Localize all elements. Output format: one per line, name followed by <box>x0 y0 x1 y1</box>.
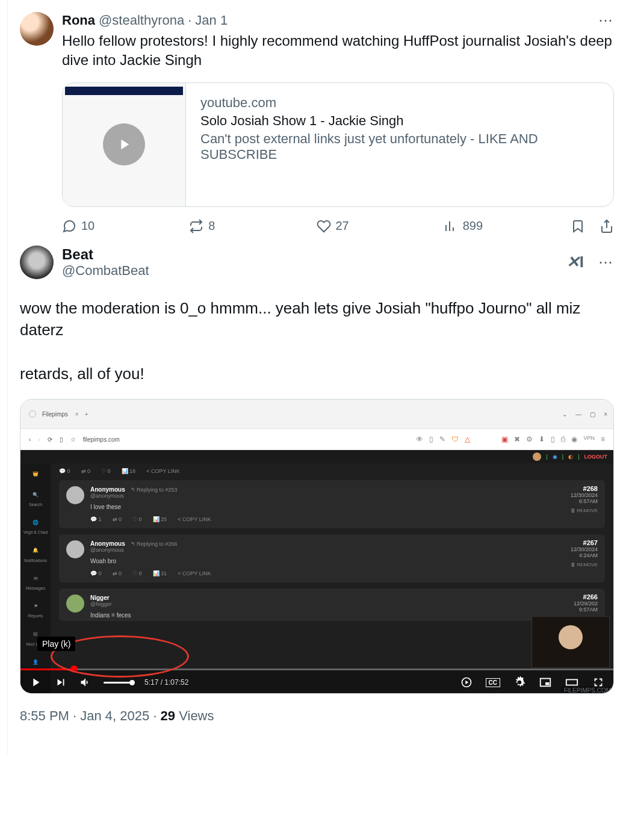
quoted-parent-tweet[interactable]: Rona @stealthyrona · Jan 1 ⋯ Hello fello… <box>8 0 626 233</box>
theater-icon[interactable] <box>565 676 578 689</box>
repost-count: 8 <box>208 219 215 233</box>
avatar[interactable] <box>20 12 54 46</box>
more-icon[interactable]: ⋯ <box>598 254 614 271</box>
like-count: 27 <box>336 219 349 233</box>
cc-icon[interactable]: CC <box>486 678 500 687</box>
svg-rect-2 <box>545 682 549 685</box>
bookmark-icon[interactable] <box>571 219 585 233</box>
volume-icon[interactable] <box>79 676 91 688</box>
reply-button[interactable]: 10 <box>62 219 189 233</box>
settings-icon[interactable] <box>513 676 525 688</box>
author-name[interactable]: Beat <box>62 246 149 263</box>
forum-post: Nigger @Nigger Indians = feces #266 12/2… <box>59 588 605 621</box>
mail-icon: ✉ <box>30 573 41 584</box>
bell-icon: 🔔 <box>30 545 41 555</box>
link-card[interactable]: youtube.com Solo Josiah Show 1 - Jackie … <box>62 82 614 207</box>
views-button[interactable]: 899 <box>444 219 571 233</box>
fullscreen-icon[interactable] <box>592 676 605 689</box>
author-handle[interactable]: @CombatBeat <box>62 263 149 279</box>
app-sidebar: 👑 🔍 Search 🌐 Virgil & Chad 🔔 Notificatio… <box>20 450 51 694</box>
play-icon <box>103 123 145 165</box>
volume-slider[interactable] <box>104 682 132 684</box>
avatar[interactable] <box>20 246 54 279</box>
logo-icon: 👑 <box>30 468 41 478</box>
flag-icon: ⚑ <box>30 601 41 611</box>
user-icon: 👤 <box>30 657 41 667</box>
separator: · <box>188 13 191 28</box>
play-icon[interactable] <box>29 676 42 689</box>
tweet-text: Hello fellow protestors! I highly recomm… <box>62 31 614 70</box>
svg-rect-3 <box>566 680 577 685</box>
card-title: Solo Josiah Show 1 - Jackie Singh <box>200 113 599 129</box>
repost-button[interactable]: 8 <box>189 219 316 233</box>
attached-media[interactable]: Filepimps× + ⌄—▢× ‹›⟳ ▯☆ filepimps.com 👁… <box>20 399 614 694</box>
miniplayer-icon[interactable] <box>539 676 552 689</box>
browser-tab: Filepimps× <box>42 411 79 418</box>
url-text: filepimps.com <box>83 436 409 443</box>
grok-icon[interactable]: ✕I <box>566 253 584 271</box>
globe-icon: 🌐 <box>30 517 41 528</box>
play-tooltip: Play (k) <box>37 637 75 651</box>
tweet-text-line: retards, all of you! <box>20 363 614 384</box>
reply-count: 10 <box>81 219 95 233</box>
card-domain: youtube.com <box>200 95 599 111</box>
like-button[interactable]: 27 <box>317 219 444 233</box>
forum-post: Anonymous ↰ Replying to #253 @anonymous … <box>59 480 605 528</box>
avatar <box>66 540 84 558</box>
views-count: 899 <box>463 219 483 233</box>
main-tweet: Beat @CombatBeat ✕I ⋯ wow the moderation… <box>8 233 626 737</box>
share-icon[interactable] <box>600 219 614 233</box>
next-icon[interactable] <box>54 676 67 689</box>
browser-url-bar: ‹›⟳ ▯☆ filepimps.com 👁▯✎🛡△ ▣✖⚙⬇▯⎙◉ VPN≡ <box>20 428 613 450</box>
forum-post: Anonymous ↰ Replying to #266 @anonymous … <box>59 534 605 582</box>
tweet-text-line: wow the moderation is 0_o hmmm... yeah l… <box>20 297 614 341</box>
avatar <box>66 486 84 504</box>
engagement-bar: 10 8 27 899 <box>62 219 614 233</box>
browser-tab-bar: Filepimps× + ⌄—▢× <box>20 400 613 428</box>
app-screenshot: |◉|◐| LOGOUT 👑 🔍 Search 🌐 Virgil & Chad … <box>20 450 613 694</box>
picture-in-picture <box>531 616 610 668</box>
video-controls: 5:17 / 1:07:52 CC <box>20 670 613 694</box>
avatar <box>66 594 84 613</box>
autoplay-icon[interactable] <box>460 676 473 688</box>
post-date[interactable]: Jan 1 <box>195 13 228 28</box>
search-icon: 🔍 <box>30 490 41 500</box>
author-name[interactable]: Rona <box>62 13 95 28</box>
card-description: Can't post external links just yet unfor… <box>200 131 599 162</box>
post-metrics-row: 💬 0 ⇄ 0 ♡ 0 📊 18 < COPY LINK <box>59 468 605 474</box>
card-thumbnail <box>63 83 186 206</box>
more-icon[interactable]: ⋯ <box>598 12 614 29</box>
author-handle[interactable]: @stealthyrona <box>99 13 184 28</box>
tweet-timestamp[interactable]: 8:55 PM · Jan 4, 2025 · 29 Views <box>20 708 614 724</box>
video-time: 5:17 / 1:07:52 <box>144 678 188 687</box>
